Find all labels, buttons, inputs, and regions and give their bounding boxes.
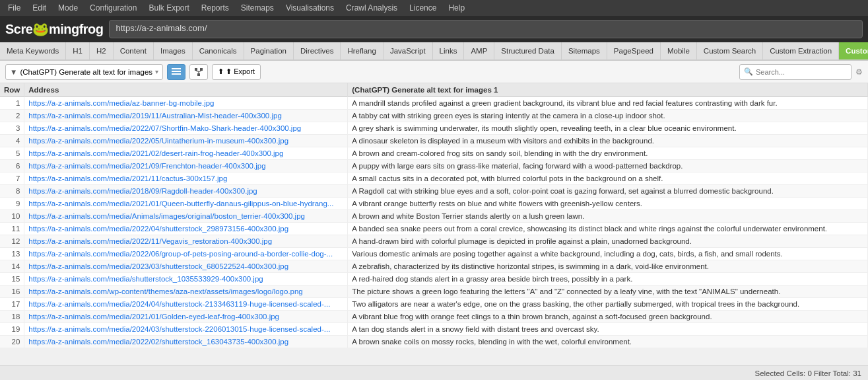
tab-canonicals[interactable]: Canonicals [193,42,244,59]
list-view-button[interactable] [167,64,185,80]
menu-visualisations[interactable]: Visualisations [281,2,339,14]
column-filter-icon[interactable]: ⚙ [855,67,863,77]
cell-url[interactable]: https://a-z-animals.com/media/2023/03/sh… [24,260,348,273]
tab-meta-keywords[interactable]: Meta Keywords [0,42,66,59]
tab-directives[interactable]: Directives [294,42,341,59]
table-row[interactable]: 12https://a-z-animals.com/media/2022/11/… [0,235,868,248]
tab-sitemaps[interactable]: Sitemaps [562,42,607,59]
cell-url[interactable]: https://a-z-animals.com/media/2024/04/sh… [24,298,348,311]
table-row[interactable]: 18https://a-z-animals.com/media/2021/01/… [0,311,868,323]
cell-desc: A puppy with large ears sits on grass-li… [348,160,868,172]
search-box[interactable]: 🔍 [739,64,851,80]
menu-mode[interactable]: Mode [53,2,83,14]
col-desc: (ChatGPT) Generate alt text for images 1 [348,83,868,97]
table-row[interactable]: 11https://a-z-animals.com/media/2022/04/… [0,223,868,235]
cell-row-num: 19 [0,323,24,336]
menu-licence[interactable]: Licence [404,2,442,14]
cell-row-num: 4 [0,135,24,147]
tree-icon [194,67,203,77]
cell-desc: A hand-drawn bird with colorful plumage … [348,235,868,248]
table-row[interactable]: 8https://a-z-animals.com/media/2018/09/R… [0,185,868,198]
cell-url[interactable]: https://a-z-animals.com/media/2022/07/Sh… [24,122,348,135]
table-row[interactable]: 1https://a-z-animals.com/media/az-banner… [0,97,868,110]
table-row[interactable]: 13https://a-z-animals.com/media/2022/06/… [0,248,868,260]
cell-url[interactable]: https://a-z-animals.com/media/2022/02/sh… [24,336,348,348]
menu-configuration[interactable]: Configuration [84,2,142,14]
tab-bar: Meta Keywords H1 H2 Content Images Canon… [0,42,868,61]
logo-text-1: Scre [5,22,32,36]
filter-dropdown[interactable]: ▼ (ChatGPT) Generate alt text for images… [5,64,163,80]
cell-url[interactable]: https://a-z-animals.com/media/2021/01/Go… [24,311,348,323]
tab-amp[interactable]: AMP [464,42,494,59]
table-row[interactable]: 19https://a-z-animals.com/media/2024/03/… [0,323,868,336]
tab-structured-data[interactable]: Structured Data [494,42,562,59]
cell-url[interactable]: https://a-z-animals.com/media/2021/02/de… [24,147,348,160]
table-row[interactable]: 5https://a-z-animals.com/media/2021/02/d… [0,147,868,160]
table-row[interactable]: 15https://a-z-animals.com/media/shutters… [0,273,868,285]
cell-desc: A vibrant blue frog with orange feet cli… [348,311,868,323]
cell-url[interactable]: https://a-z-animals.com/media/2021/11/ca… [24,172,348,185]
status-bar: Selected Cells: 0 Filter Total: 31 [0,365,868,380]
cell-url[interactable]: https://a-z-animals.com/media/2022/05/Ui… [24,135,348,147]
menu-edit[interactable]: Edit [27,2,51,14]
cell-url[interactable]: https://a-z-animals.com/media/2019/11/Au… [24,110,348,122]
menu-sitemaps[interactable]: Sitemaps [236,2,279,14]
cell-url[interactable]: https://a-z-animals.com/media/2021/09/Fr… [24,160,348,172]
col-row: Row [0,83,24,97]
svg-line-7 [196,71,199,72]
table-row[interactable]: 14https://a-z-animals.com/media/2023/03/… [0,260,868,273]
tab-custom-search[interactable]: Custom Search [697,42,763,59]
cell-url[interactable]: https://a-z-animals.com/media/2021/01/Qu… [24,198,348,210]
tab-pagination[interactable]: Pagination [244,42,294,59]
cell-url[interactable]: https://a-z-animals.com/media/2022/11/Ve… [24,235,348,248]
cell-desc: A brown and white Boston Terrier stands … [348,210,868,223]
tab-h1[interactable]: H1 [66,42,90,59]
table-row[interactable]: 4https://a-z-animals.com/media/2022/05/U… [0,135,868,147]
table-row[interactable]: 17https://a-z-animals.com/media/2024/04/… [0,298,868,311]
export-button[interactable]: ⬆ ⬆ Export [212,64,261,80]
table-row[interactable]: 20https://a-z-animals.com/media/2022/02/… [0,336,868,348]
cell-url[interactable]: https://a-z-animals.com/media/az-banner-… [24,97,348,110]
cell-url[interactable]: https://a-z-animals.com/media/2024/03/sh… [24,323,348,336]
table-row[interactable]: 9https://a-z-animals.com/media/2021/01/Q… [0,198,868,210]
table-row[interactable]: 3https://a-z-animals.com/media/2022/07/S… [0,122,868,135]
svg-rect-5 [197,73,200,76]
menu-help[interactable]: Help [443,2,470,14]
tab-custom-extraction[interactable]: Custom Extraction [763,42,839,59]
menu-crawl-analysis[interactable]: Crawl Analysis [341,2,403,14]
table-container[interactable]: Row Address (ChatGPT) Generate alt text … [0,83,868,365]
search-input[interactable] [756,68,847,76]
cell-row-num: 15 [0,273,24,285]
table-row[interactable]: 10https://a-z-animals.com/media/Animals/… [0,210,868,223]
tab-pagespeed[interactable]: PageSpeed [607,42,661,59]
tab-hreflang[interactable]: Hreflang [341,42,383,59]
cell-url[interactable]: https://a-z-animals.com/media/2018/09/Ra… [24,185,348,198]
cell-row-num: 12 [0,235,24,248]
table-row[interactable]: 2https://a-z-animals.com/media/2019/11/A… [0,110,868,122]
cell-url[interactable]: https://a-z-animals.com/media/shuttersto… [24,273,348,285]
cell-url[interactable]: https://a-z-animals.com/media/Animals/im… [24,210,348,223]
tree-view-button[interactable] [189,64,208,80]
table-body: 1https://a-z-animals.com/media/az-banner… [0,97,868,348]
cell-url[interactable]: https://a-z-animals.com/wp-content/theme… [24,285,348,298]
tab-content[interactable]: Content [114,42,154,59]
tab-h2[interactable]: H2 [90,42,114,59]
table-row[interactable]: 6https://a-z-animals.com/media/2021/09/F… [0,160,868,172]
cell-url[interactable]: https://a-z-animals.com/media/2022/04/sh… [24,223,348,235]
table-row[interactable]: 7https://a-z-animals.com/media/2021/11/c… [0,172,868,185]
menu-file[interactable]: File [3,2,26,14]
menu-bulk-export[interactable]: Bulk Export [143,2,194,14]
tab-mobile[interactable]: Mobile [661,42,697,59]
table-row[interactable]: 16https://a-z-animals.com/wp-content/the… [0,285,868,298]
tab-custom-javascript[interactable]: Custom JavaScript [839,42,868,59]
tab-images[interactable]: Images [154,42,193,59]
tab-javascript[interactable]: JavaScript [384,42,433,59]
app-logo: Scre🐸mingfrog [5,21,104,37]
cell-url[interactable]: https://a-z-animals.com/media/2022/06/gr… [24,248,348,260]
search-icon: 🔍 [744,67,753,76]
url-bar[interactable]: https://a-z-animals.com/ [109,20,863,38]
cell-desc: A red-haired dog stands alert in a grass… [348,273,868,285]
tab-links[interactable]: Links [433,42,465,59]
menu-reports[interactable]: Reports [196,2,234,14]
logobar: Scre🐸mingfrog https://a-z-animals.com/ [0,16,868,42]
